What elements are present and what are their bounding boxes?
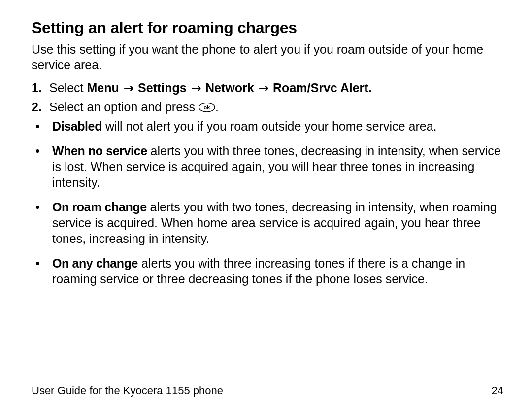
step-1: 1. Select Menu → Settings → Network → Ro…	[45, 80, 503, 97]
step-1-pretext: Select	[49, 81, 87, 95]
option-when-no-service: When no service alerts you with three to…	[49, 143, 503, 190]
step-2-text: Select an option and press	[49, 100, 199, 114]
footer-title: User Guide for the Kyocera 1155 phone	[32, 384, 223, 397]
option-disabled-label: Disabled	[52, 119, 102, 133]
path-settings: Settings	[138, 81, 187, 95]
intro-paragraph: Use this setting if you want the phone t…	[32, 42, 503, 73]
step-2-end: .	[215, 100, 219, 114]
arrow-icon: →	[254, 81, 273, 95]
step-1-number: 1.	[32, 80, 42, 96]
option-on-any-change: On any change alerts you with three incr…	[49, 255, 503, 287]
arrow-icon: →	[119, 81, 138, 95]
path-menu: Menu	[87, 81, 119, 95]
option-on-any-change-label: On any change	[52, 256, 138, 270]
option-disabled: Disabled will not alert you if you roam …	[49, 118, 503, 134]
option-when-no-service-label: When no service	[52, 144, 147, 158]
page-heading: Setting an alert for roaming charges	[32, 19, 503, 37]
page-footer: User Guide for the Kyocera 1155 phone 24	[32, 381, 503, 397]
arrow-icon: →	[187, 81, 205, 95]
footer-line: User Guide for the Kyocera 1155 phone 24	[32, 381, 503, 397]
path-roam-srvc-alert: Roam/Srvc Alert.	[273, 81, 372, 95]
step-2: 2. Select an option and press ok .	[45, 99, 503, 115]
ok-button-icon: ok	[199, 103, 215, 112]
svg-text:ok: ok	[204, 104, 211, 110]
path-network: Network	[205, 81, 254, 95]
option-disabled-text: will not alert you if you roam outside y…	[102, 119, 436, 133]
steps-list: 1. Select Menu → Settings → Network → Ro…	[32, 80, 503, 115]
option-on-roam-change-label: On roam change	[52, 200, 147, 214]
options-list: Disabled will not alert you if you roam …	[32, 118, 503, 287]
page-container: Setting an alert for roaming charges Use…	[0, 0, 532, 411]
menu-path: Menu → Settings → Network → Roam/Srvc Al…	[87, 81, 371, 95]
step-2-number: 2.	[32, 99, 42, 115]
page-number: 24	[492, 384, 503, 397]
option-on-roam-change: On roam change alerts you with two tones…	[49, 199, 503, 246]
